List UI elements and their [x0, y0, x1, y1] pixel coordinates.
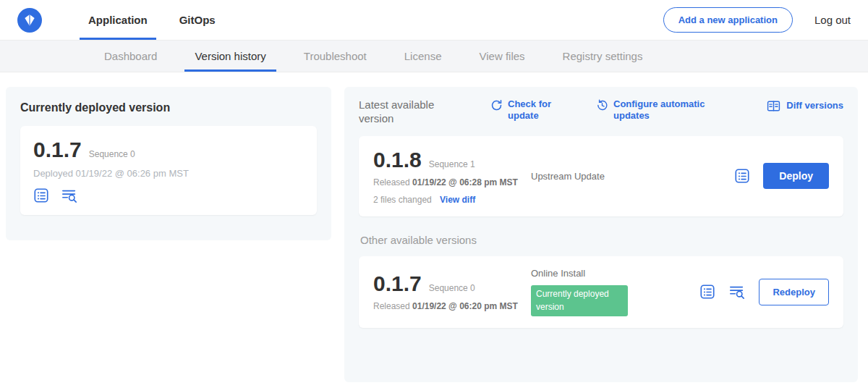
files-changed-text: 2 files changed	[373, 195, 432, 205]
redeploy-button[interactable]: Redeploy	[759, 279, 829, 305]
latest-version-number: 0.1.8	[373, 148, 422, 172]
top-navbar: Application GitOps Add a new application…	[0, 0, 868, 41]
latest-version-card: 0.1.8 Sequence 1 Released 01/19/22 @ 06:…	[359, 136, 843, 216]
view-logs-icon[interactable]	[61, 187, 78, 203]
app-subnav: Dashboard Version history Troubleshoot L…	[0, 41, 868, 72]
subnav-tab-dashboard-label: Dashboard	[104, 50, 157, 62]
subnav-tab-version-history-label: Version history	[195, 50, 265, 62]
other-version-card: 0.1.7 Sequence 0 Released 01/19/22 @ 06:…	[359, 256, 843, 328]
subnav-tab-troubleshoot[interactable]: Troubleshoot	[285, 41, 386, 72]
latest-sequence-label: Sequence 1	[429, 159, 475, 169]
subnav-tab-dashboard[interactable]: Dashboard	[85, 41, 176, 72]
latest-available-panel: Latest available version Check for updat…	[344, 87, 858, 382]
nav-tab-application-label: Application	[88, 14, 148, 26]
other-version-source-block: Online Install Currently deployed versio…	[531, 268, 699, 316]
subnav-tab-registry-settings[interactable]: Registry settings	[544, 41, 662, 72]
diff-table-icon	[766, 99, 781, 113]
configure-automatic-updates-label: Configure automatic updates	[613, 98, 723, 122]
subnav-tab-license-label: License	[404, 50, 442, 62]
app-logo-icon	[17, 8, 42, 33]
diff-versions-button[interactable]: Diff versions	[766, 98, 843, 113]
schedule-clock-icon	[596, 99, 608, 111]
other-available-versions-title: Other available versions	[360, 234, 843, 246]
other-sequence-label: Sequence 0	[429, 283, 475, 293]
nav-tab-gitops-label: GitOps	[179, 14, 216, 26]
deploy-button[interactable]: Deploy	[763, 163, 829, 189]
navbar-right: Add a new application Log out	[663, 0, 851, 40]
deployed-version-number: 0.1.7	[33, 138, 82, 162]
refresh-icon	[490, 99, 503, 111]
main-content: Currently deployed version 0.1.7 Sequenc…	[0, 72, 868, 382]
deployed-date-text: Deployed 01/19/22 @ 06:26 pm MST	[33, 168, 304, 179]
latest-available-header: Latest available version Check for updat…	[359, 98, 843, 126]
latest-released-text: Released 01/19/22 @ 06:28 pm MST	[373, 177, 518, 189]
other-version-source: Online Install	[531, 268, 699, 279]
logout-link[interactable]: Log out	[814, 14, 851, 26]
deployed-sequence-label: Sequence 0	[89, 149, 135, 159]
preflight-checks-icon[interactable]	[699, 284, 715, 300]
view-logs-icon[interactable]	[728, 284, 746, 300]
subnav-tab-version-history[interactable]: Version history	[176, 41, 284, 72]
currently-deployed-badge: Currently deployed version	[531, 285, 628, 316]
preflight-checks-icon[interactable]	[734, 168, 750, 184]
check-for-update-label: Check for update	[508, 98, 571, 122]
subnav-tab-license[interactable]: License	[386, 41, 461, 72]
latest-version-source: Upstream Update	[531, 171, 734, 182]
deployed-version-card: 0.1.7 Sequence 0 Deployed 01/19/22 @ 06:…	[20, 126, 317, 215]
view-diff-link[interactable]: View diff	[440, 195, 475, 205]
preflight-checks-icon[interactable]	[33, 187, 49, 203]
nav-tab-gitops[interactable]: GitOps	[163, 0, 231, 40]
subnav-tab-troubleshoot-label: Troubleshoot	[304, 50, 367, 62]
other-version-number: 0.1.7	[373, 271, 422, 296]
diff-versions-label: Diff versions	[786, 100, 843, 111]
latest-available-title: Latest available version	[359, 98, 460, 126]
configure-automatic-updates-button[interactable]: Configure automatic updates	[596, 98, 723, 122]
currently-deployed-title: Currently deployed version	[20, 101, 317, 114]
currently-deployed-panel: Currently deployed version 0.1.7 Sequenc…	[6, 87, 331, 240]
check-for-update-button[interactable]: Check for update	[490, 98, 571, 122]
subnav-tab-view-files-label: View files	[479, 50, 524, 62]
subnav-tab-view-files[interactable]: View files	[460, 41, 543, 72]
logo-gem-icon	[22, 13, 37, 28]
other-released-text: Released 01/19/22 @ 06:20 pm MST	[373, 300, 518, 313]
add-new-application-button[interactable]: Add a new application	[663, 7, 793, 33]
nav-tab-application[interactable]: Application	[72, 0, 163, 40]
subnav-tab-registry-settings-label: Registry settings	[563, 50, 643, 62]
